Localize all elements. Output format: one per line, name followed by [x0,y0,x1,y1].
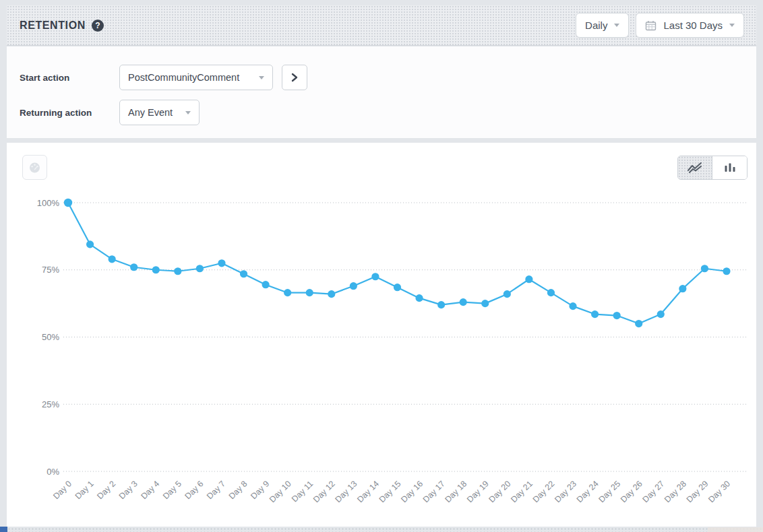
data-point[interactable] [350,282,357,290]
returning-action-label: Returning action [20,108,117,118]
returning-action-value: Any Event [128,107,173,118]
data-point[interactable] [284,289,291,296]
data-point[interactable] [394,284,401,291]
x-axis-tick: Day 12 [311,479,337,504]
x-axis-tick: Day 14 [355,479,381,504]
retention-chart-panel: 100%75%50%25%0%Day 0Day 1Day 2Day 3Day 4… [7,143,756,527]
data-point[interactable] [415,294,423,302]
y-axis-tick: 50% [42,332,59,342]
start-action-value: PostCommunityComment [128,72,239,83]
data-point[interactable] [635,320,642,327]
expand-start-action-button[interactable] [282,65,307,90]
data-point[interactable] [262,281,269,288]
retention-line-chart[interactable]: 100%75%50%25%0%Day 0Day 1Day 2Day 3Day 4… [7,183,756,527]
chevron-right-icon [291,73,299,82]
line-view-button[interactable] [678,156,712,179]
page-title: RETENTION [20,20,86,32]
returning-action-select[interactable]: Any Event [119,100,200,125]
x-axis-tick: Day 29 [685,479,710,504]
data-point[interactable] [613,312,621,319]
start-action-label: Start action [20,73,117,83]
x-axis-tick: Day 4 [139,479,161,501]
data-point[interactable] [503,290,511,298]
x-axis-tick: Day 26 [619,479,644,504]
bar-view-button[interactable] [712,156,747,179]
data-point[interactable] [64,199,72,207]
x-axis-tick: Day 25 [597,479,622,504]
x-axis-tick: Day 13 [334,479,359,504]
x-axis-tick: Day 15 [377,479,403,504]
report-header: RETENTION ? Daily Last 30 Days [7,5,756,46]
data-point[interactable] [723,267,730,275]
x-axis-tick: Day 22 [531,479,557,504]
start-action-select[interactable]: PostCommunityComment [119,65,273,90]
gauge-icon [28,162,41,174]
retention-line [68,203,727,324]
x-axis-tick: Day 1 [73,479,96,501]
date-range-dropdown[interactable]: Last 30 Days [636,13,744,38]
data-point[interactable] [701,265,708,272]
x-axis-tick: Day 6 [183,479,206,501]
y-axis-tick: 100% [37,198,60,208]
x-axis-tick: Day 16 [399,479,425,504]
bar-chart-icon [723,162,737,173]
data-point[interactable] [437,301,445,308]
granularity-value: Daily [585,20,607,31]
data-point[interactable] [240,270,247,277]
chevron-down-icon [259,76,264,79]
line-chart-icon [687,162,703,174]
data-point[interactable] [86,240,94,248]
x-axis-tick: Day 21 [509,479,535,504]
data-point[interactable] [657,310,665,318]
x-axis-tick: Day 3 [117,479,140,501]
y-axis-tick: 75% [42,265,59,275]
date-range-value: Last 30 Days [663,20,723,31]
x-axis-tick: Day 10 [268,479,293,504]
x-axis-tick: Day 8 [227,479,249,501]
y-axis-tick: 25% [42,399,59,409]
data-point[interactable] [152,266,160,273]
x-axis-tick: Day 18 [443,479,468,504]
data-point[interactable] [109,255,116,263]
bottom-left-accent [0,527,7,532]
x-axis-tick: Day 28 [663,479,688,504]
x-axis-tick: Day 27 [640,479,666,504]
data-point[interactable] [679,285,686,292]
retention-controls: Start action PostCommunityComment Return… [7,46,756,138]
x-axis-tick: Day 24 [575,479,601,504]
data-point[interactable] [218,259,225,267]
data-point[interactable] [328,290,335,298]
help-icon[interactable]: ? [92,20,104,32]
x-axis-tick: Day 19 [465,479,491,504]
data-point[interactable] [174,267,181,275]
data-point[interactable] [371,273,379,280]
data-point[interactable] [525,275,532,283]
x-axis-tick: Day 2 [95,479,117,501]
x-axis-tick: Day 11 [290,479,315,504]
chevron-down-icon [185,111,191,114]
x-axis-tick: Day 20 [487,479,513,504]
data-point[interactable] [460,298,467,306]
x-axis-tick: Day 17 [421,479,447,504]
data-point[interactable] [196,265,204,272]
gauge-button[interactable] [22,155,47,180]
data-point[interactable] [591,310,599,318]
data-point[interactable] [130,263,138,271]
page-bottom-strip [7,527,763,532]
y-axis-tick: 0% [47,467,59,477]
x-axis-tick: Day 23 [553,479,578,504]
data-point[interactable] [547,289,555,296]
x-axis-tick: Day 30 [706,479,732,504]
data-point[interactable] [306,289,313,296]
data-point[interactable] [569,302,576,310]
x-axis-tick: Day 0 [51,479,73,501]
data-point[interactable] [481,300,489,307]
granularity-dropdown[interactable]: Daily [576,13,629,38]
chevron-down-icon [729,24,735,27]
x-axis-tick: Day 5 [161,479,183,501]
x-axis-tick: Day 7 [205,479,227,501]
chevron-down-icon [614,24,619,27]
chart-view-toggle [677,156,747,180]
page-bottom-strip-corner [708,527,763,532]
calendar-icon [645,20,657,31]
